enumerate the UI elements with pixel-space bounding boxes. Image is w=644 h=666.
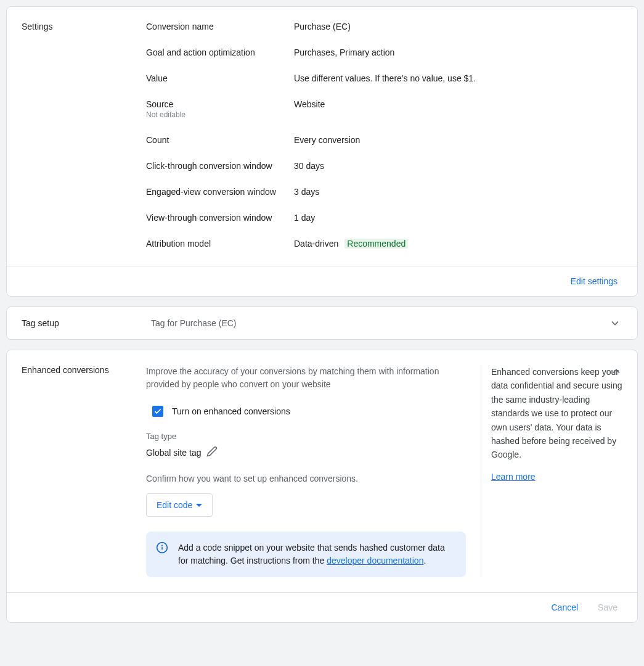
confirm-text: Confirm how you want to set up enhanced … (146, 474, 466, 483)
value-value: Use different values. If there's no valu… (294, 73, 622, 83)
info-icon (156, 541, 168, 567)
enhanced-description: Improve the accuracy of your conversions… (146, 365, 466, 391)
pencil-icon[interactable] (206, 446, 218, 459)
settings-heading: Settings (22, 22, 146, 249)
label-goal: Goal and action optimization (146, 47, 294, 57)
value-count: Every conversion (294, 135, 622, 145)
learn-more-link[interactable]: Learn more (491, 472, 536, 482)
settings-body: Settings Conversion name Purchase (EC) G… (7, 7, 637, 266)
settings-row: Click-through conversion window 30 days (146, 161, 622, 187)
tag-setup-card[interactable]: Tag setup Tag for Purchase (EC) (6, 306, 638, 340)
label-source-sub: Not editable (146, 110, 284, 119)
info-box: Add a code snippet on your website that … (146, 532, 466, 577)
label-view-window: View-through conversion window (146, 213, 294, 223)
save-button[interactable]: Save (598, 602, 618, 612)
cancel-button[interactable]: Cancel (551, 602, 578, 612)
tag-setup-body: Tag setup Tag for Purchase (EC) (7, 307, 637, 339)
tag-type-label: Tag type (146, 432, 466, 441)
tag-type-row: Global site tag (146, 446, 466, 459)
value-goal: Purchases, Primary action (294, 47, 622, 57)
info-text: Add a code snippet on your website that … (178, 541, 456, 567)
value-attribution-text: Data-driven (294, 239, 338, 249)
settings-row: Conversion name Purchase (EC) (146, 22, 622, 47)
checkbox-checked-icon[interactable] (152, 406, 163, 417)
info-text-2: . (423, 556, 426, 565)
learn-more-row: Learn more (491, 472, 622, 482)
enhanced-footer: Cancel Save (7, 592, 637, 622)
label-conversion-name: Conversion name (146, 22, 294, 31)
label-value: Value (146, 73, 294, 83)
label-source: Source Not editable (146, 99, 294, 119)
label-click-window: Click-through conversion window (146, 161, 294, 171)
checkbox-label: Turn on enhanced conversions (172, 406, 290, 416)
settings-row: Count Every conversion (146, 135, 622, 161)
settings-row: Source Not editable Website (146, 99, 622, 135)
chevron-down-icon[interactable] (608, 316, 622, 331)
label-attribution: Attribution model (146, 239, 294, 249)
developer-documentation-link[interactable]: developer documentation (327, 556, 423, 565)
enhanced-conversions-card: Enhanced conversions Improve the accurac… (6, 350, 638, 623)
svg-point-2 (162, 545, 163, 546)
enhanced-heading: Enhanced conversions (22, 365, 146, 577)
settings-row: View-through conversion window 1 day (146, 213, 622, 239)
enhanced-sidebar-text: Enhanced conversions keep your data conf… (491, 365, 622, 462)
checkbox-row[interactable]: Turn on enhanced conversions (152, 406, 466, 417)
edit-code-label: Edit code (157, 500, 192, 510)
tag-setup-subtitle: Tag for Purchase (EC) (151, 318, 608, 328)
settings-rows: Conversion name Purchase (EC) Goal and a… (146, 22, 622, 249)
label-source-text: Source (146, 99, 284, 109)
value-view-window: 1 day (294, 213, 622, 223)
value-attribution: Data-driven Recommended (294, 239, 622, 249)
value-click-window: 30 days (294, 161, 622, 171)
label-engaged-window: Engaged-view conversion window (146, 187, 294, 197)
enhanced-body: Enhanced conversions Improve the accurac… (7, 350, 637, 592)
settings-row: Attribution model Data-driven Recommende… (146, 239, 622, 249)
dropdown-triangle-icon (196, 504, 202, 507)
label-count: Count (146, 135, 294, 145)
recommended-badge: Recommended (344, 239, 408, 249)
settings-row: Goal and action optimization Purchases, … (146, 47, 622, 73)
edit-code-button[interactable]: Edit code (146, 493, 213, 517)
value-conversion-name: Purchase (EC) (294, 22, 622, 31)
chevron-up-icon[interactable] (610, 365, 622, 379)
tag-type-value: Global site tag (146, 448, 202, 458)
settings-row: Engaged-view conversion window 3 days (146, 187, 622, 213)
settings-card: Settings Conversion name Purchase (EC) G… (6, 6, 638, 297)
settings-footer: Edit settings (7, 266, 637, 296)
tag-setup-heading: Tag setup (22, 318, 151, 328)
enhanced-main: Improve the accuracy of your conversions… (146, 365, 481, 577)
edit-settings-link[interactable]: Edit settings (571, 276, 618, 286)
settings-row: Value Use different values. If there's n… (146, 73, 622, 99)
value-source: Website (294, 99, 622, 119)
value-engaged-window: 3 days (294, 187, 622, 197)
enhanced-sidebar: Enhanced conversions keep your data conf… (481, 365, 622, 577)
